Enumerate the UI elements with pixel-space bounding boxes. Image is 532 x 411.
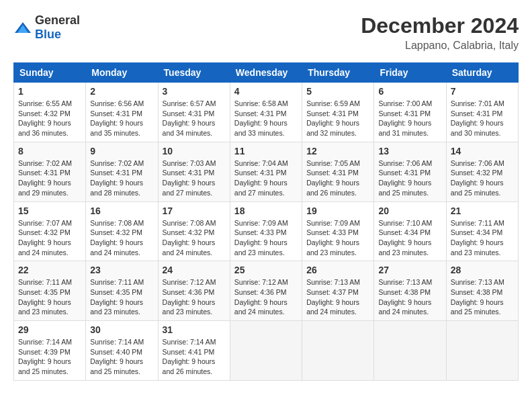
- day-info: Sunrise: 7:14 AMSunset: 4:41 PMDaylight:…: [163, 337, 226, 377]
- day-info: Sunrise: 7:06 AMSunset: 4:32 PMDaylight:…: [451, 158, 514, 198]
- weekday-header-sunday: Sunday: [14, 63, 86, 83]
- day-info: Sunrise: 7:01 AMSunset: 4:31 PMDaylight:…: [451, 99, 514, 138]
- day-number: 4: [234, 86, 298, 97]
- day-info: Sunrise: 7:05 AMSunset: 4:31 PMDaylight:…: [306, 158, 369, 198]
- calendar-cell: 31Sunrise: 7:14 AMSunset: 4:41 PMDayligh…: [158, 321, 230, 381]
- calendar-week-row: 1Sunrise: 6:55 AMSunset: 4:32 PMDaylight…: [14, 83, 519, 142]
- calendar-cell: 7Sunrise: 7:01 AMSunset: 4:31 PMDaylight…: [446, 83, 518, 142]
- day-number: 15: [18, 205, 81, 216]
- day-info: Sunrise: 7:10 AMSunset: 4:34 PMDaylight:…: [378, 218, 441, 258]
- day-info: Sunrise: 7:13 AMSunset: 4:38 PMDaylight:…: [378, 277, 441, 317]
- calendar-cell: 20Sunrise: 7:10 AMSunset: 4:34 PMDayligh…: [374, 201, 446, 261]
- calendar-cell: 21Sunrise: 7:11 AMSunset: 4:34 PMDayligh…: [446, 201, 518, 261]
- calendar-cell: 5Sunrise: 6:59 AMSunset: 4:31 PMDaylight…: [302, 83, 374, 142]
- location-title: Lappano, Calabria, Italy: [361, 40, 519, 52]
- calendar-cell: 12Sunrise: 7:05 AMSunset: 4:31 PMDayligh…: [302, 142, 374, 201]
- day-info: Sunrise: 7:02 AMSunset: 4:31 PMDaylight:…: [90, 158, 153, 198]
- day-number: 14: [451, 146, 514, 156]
- calendar-week-row: 29Sunrise: 7:14 AMSunset: 4:39 PMDayligh…: [14, 321, 519, 381]
- day-number: 10: [163, 146, 226, 156]
- calendar-cell: 19Sunrise: 7:09 AMSunset: 4:33 PMDayligh…: [302, 201, 374, 261]
- day-info: Sunrise: 7:12 AMSunset: 4:36 PMDaylight:…: [163, 277, 226, 317]
- day-number: 29: [18, 324, 81, 335]
- calendar-cell: 1Sunrise: 6:55 AMSunset: 4:32 PMDaylight…: [14, 83, 86, 142]
- calendar-cell: 4Sunrise: 6:58 AMSunset: 4:31 PMDaylight…: [230, 83, 302, 142]
- day-number: 5: [306, 86, 369, 97]
- day-number: 11: [234, 146, 298, 156]
- day-number: 31: [163, 324, 226, 335]
- day-number: 30: [90, 324, 153, 335]
- day-info: Sunrise: 7:06 AMSunset: 4:31 PMDaylight:…: [378, 158, 441, 198]
- page-header: General Blue December 2024 Lappano, Cala…: [13, 13, 519, 52]
- day-info: Sunrise: 7:14 AMSunset: 4:40 PMDaylight:…: [90, 337, 153, 377]
- day-number: 26: [306, 265, 369, 275]
- calendar-cell: [302, 321, 374, 381]
- day-info: Sunrise: 7:00 AMSunset: 4:31 PMDaylight:…: [378, 99, 441, 138]
- logo-text: General Blue: [35, 13, 80, 42]
- day-info: Sunrise: 6:56 AMSunset: 4:31 PMDaylight:…: [90, 99, 153, 138]
- day-number: 17: [163, 205, 226, 216]
- day-info: Sunrise: 6:59 AMSunset: 4:31 PMDaylight:…: [306, 99, 369, 138]
- day-info: Sunrise: 6:57 AMSunset: 4:31 PMDaylight:…: [163, 99, 226, 138]
- day-info: Sunrise: 7:09 AMSunset: 4:33 PMDaylight:…: [234, 218, 298, 258]
- day-info: Sunrise: 7:12 AMSunset: 4:36 PMDaylight:…: [234, 277, 298, 317]
- calendar-cell: 6Sunrise: 7:00 AMSunset: 4:31 PMDaylight…: [374, 83, 446, 142]
- day-number: 25: [234, 265, 298, 275]
- weekday-header-thursday: Thursday: [302, 63, 374, 83]
- calendar-cell: 26Sunrise: 7:13 AMSunset: 4:37 PMDayligh…: [302, 261, 374, 321]
- day-number: 21: [451, 205, 514, 216]
- calendar-cell: 22Sunrise: 7:11 AMSunset: 4:35 PMDayligh…: [14, 261, 86, 321]
- calendar-cell: 3Sunrise: 6:57 AMSunset: 4:31 PMDaylight…: [158, 83, 230, 142]
- day-number: 3: [163, 86, 226, 97]
- weekday-header-tuesday: Tuesday: [158, 63, 230, 83]
- day-info: Sunrise: 7:14 AMSunset: 4:39 PMDaylight:…: [18, 337, 81, 377]
- day-number: 19: [306, 205, 369, 216]
- day-number: 6: [378, 86, 441, 97]
- logo: General Blue: [13, 13, 80, 42]
- calendar-cell: 24Sunrise: 7:12 AMSunset: 4:36 PMDayligh…: [158, 261, 230, 321]
- calendar-cell: 9Sunrise: 7:02 AMSunset: 4:31 PMDaylight…: [86, 142, 158, 201]
- day-number: 28: [451, 265, 514, 275]
- day-info: Sunrise: 6:55 AMSunset: 4:32 PMDaylight:…: [18, 99, 81, 138]
- calendar-cell: 11Sunrise: 7:04 AMSunset: 4:31 PMDayligh…: [230, 142, 302, 201]
- day-info: Sunrise: 7:11 AMSunset: 4:35 PMDaylight:…: [90, 277, 153, 317]
- day-info: Sunrise: 7:07 AMSunset: 4:32 PMDaylight:…: [18, 218, 81, 258]
- calendar-cell: 25Sunrise: 7:12 AMSunset: 4:36 PMDayligh…: [230, 261, 302, 321]
- day-number: 13: [378, 146, 441, 156]
- day-number: 23: [90, 265, 153, 275]
- day-number: 24: [163, 265, 226, 275]
- weekday-header-wednesday: Wednesday: [230, 63, 302, 83]
- day-info: Sunrise: 7:02 AMSunset: 4:31 PMDaylight:…: [18, 158, 81, 198]
- calendar-cell: 10Sunrise: 7:03 AMSunset: 4:31 PMDayligh…: [158, 142, 230, 201]
- calendar-cell: 18Sunrise: 7:09 AMSunset: 4:33 PMDayligh…: [230, 201, 302, 261]
- calendar-header-row: SundayMondayTuesdayWednesdayThursdayFrid…: [14, 63, 519, 83]
- logo-blue: Blue: [35, 28, 61, 41]
- calendar-table: SundayMondayTuesdayWednesdayThursdayFrid…: [13, 62, 519, 381]
- day-number: 27: [378, 265, 441, 275]
- calendar-cell: 15Sunrise: 7:07 AMSunset: 4:32 PMDayligh…: [14, 201, 86, 261]
- day-number: 7: [451, 86, 514, 97]
- day-info: Sunrise: 7:04 AMSunset: 4:31 PMDaylight:…: [234, 158, 298, 198]
- day-info: Sunrise: 7:03 AMSunset: 4:31 PMDaylight:…: [163, 158, 226, 198]
- calendar-cell: 23Sunrise: 7:11 AMSunset: 4:35 PMDayligh…: [86, 261, 158, 321]
- weekday-header-monday: Monday: [86, 63, 158, 83]
- calendar-cell: [446, 321, 518, 381]
- day-info: Sunrise: 7:08 AMSunset: 4:32 PMDaylight:…: [90, 218, 153, 258]
- day-info: Sunrise: 7:13 AMSunset: 4:37 PMDaylight:…: [306, 277, 369, 317]
- calendar-cell: [230, 321, 302, 381]
- day-number: 22: [18, 265, 81, 275]
- day-number: 9: [90, 146, 153, 156]
- calendar-week-row: 8Sunrise: 7:02 AMSunset: 4:31 PMDaylight…: [14, 142, 519, 201]
- calendar-cell: 8Sunrise: 7:02 AMSunset: 4:31 PMDaylight…: [14, 142, 86, 201]
- calendar-cell: 14Sunrise: 7:06 AMSunset: 4:32 PMDayligh…: [446, 142, 518, 201]
- calendar-cell: [374, 321, 446, 381]
- calendar-cell: 30Sunrise: 7:14 AMSunset: 4:40 PMDayligh…: [86, 321, 158, 381]
- calendar-cell: 17Sunrise: 7:08 AMSunset: 4:32 PMDayligh…: [158, 201, 230, 261]
- title-block: December 2024 Lappano, Calabria, Italy: [361, 13, 519, 52]
- month-title: December 2024: [361, 13, 519, 38]
- calendar-week-row: 22Sunrise: 7:11 AMSunset: 4:35 PMDayligh…: [14, 261, 519, 321]
- day-number: 8: [18, 146, 81, 156]
- day-number: 12: [306, 146, 369, 156]
- day-number: 1: [18, 86, 81, 97]
- day-info: Sunrise: 7:13 AMSunset: 4:38 PMDaylight:…: [451, 277, 514, 317]
